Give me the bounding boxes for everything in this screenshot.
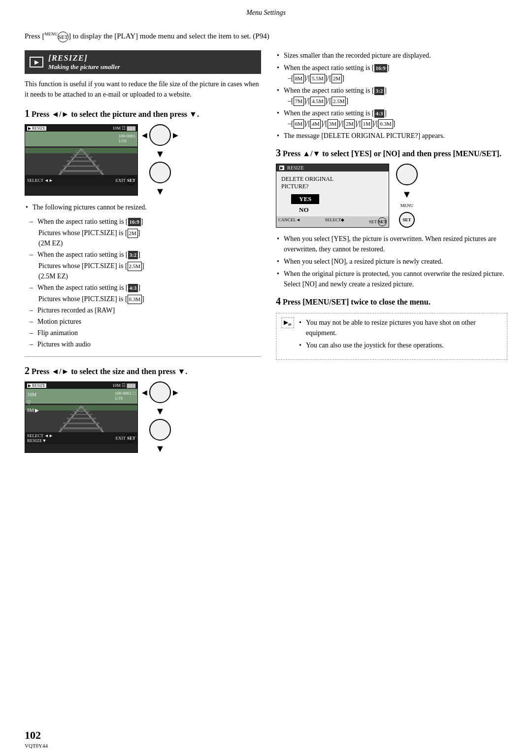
step2-camera-screen: ▶ RESIZE 10M ☷ ▓▓▓ [25, 381, 138, 453]
step3-resize-label: RESIZE [287, 165, 304, 171]
step1-screen-container: ▶ RESIZE 10M ☷ ▓▓▓ [25, 124, 261, 196]
step3-bullets: When you select [YES], the picture is ov… [276, 234, 507, 289]
step2-mode-icon: ▶ RESIZE [27, 383, 46, 388]
step2-left-arrow: ◀ [142, 388, 147, 397]
step3-screen-container: ▶ RESIZE DELETE ORIGINALPICTURE? YES NO … [276, 164, 507, 228]
step1-down-arrow: ▼ [155, 149, 165, 159]
step2-photo-area: 10M ▽ 8M ▶ 100-0001 □1/19 [25, 389, 137, 432]
step2-down-arrow: ▼ [155, 406, 165, 416]
right-column: Sizes smaller than the recorded picture … [276, 50, 507, 459]
step3-bullet-1: When you select [YES], the picture is ov… [276, 234, 507, 254]
rb-4m: 4M [310, 119, 321, 129]
rb-2m: 2M [332, 74, 342, 83]
step4-note-1: You may not be able to resize pictures y… [298, 317, 502, 338]
step1-cam-topbar: ▶ RESIZE 10M ☷ ▓▓▓ [25, 125, 137, 132]
step3-joystick-circle [396, 164, 418, 185]
page-number: 102 [25, 729, 48, 742]
step2-number: 2 [25, 365, 30, 376]
step2-cam-topbar: ▶ RESIZE 10M ☷ ▓▓▓ [25, 382, 137, 389]
resize-title-block: [RESIZE] Making the picture smaller [48, 53, 120, 71]
step2-down-arrow2: ▼ [155, 444, 165, 453]
step4-number: 4 [276, 296, 281, 307]
rb-5-5m: 5.5M [310, 74, 325, 83]
step2-cam-bottombar: SELECT ◄►RESIZE▼ EXIT SET [25, 432, 137, 444]
sub-flip: Flip animation [30, 328, 261, 338]
step3-del-question: DELETE ORIGINALPICTURE? [281, 175, 384, 190]
step1-photo-area: 100-00011/19 [25, 132, 137, 175]
step3-number: 3 [276, 147, 281, 158]
sub-4-3: When the aspect ratio setting is [4:3] [30, 282, 261, 293]
sub-3-2: When the aspect ratio setting is [3:2] [30, 249, 261, 260]
rb-8m: 8M [294, 74, 304, 83]
step1-sub-bullets2: When the aspect ratio setting is [3:2] [30, 249, 261, 260]
rb-7m: 7M [294, 97, 304, 106]
step3-bullet-3: When the original picture is protected, … [276, 269, 507, 289]
right-bullet-4: When the aspect ratio setting is [4:3] –… [276, 108, 507, 129]
step2-joystick: ◀ ▶ ▼ ▼ [142, 381, 178, 453]
step3-del-options: YES NO [281, 194, 384, 215]
right-bullet-1: Sizes smaller than the recorded picture … [276, 50, 507, 61]
step3-mode-icon: ▶ [279, 166, 284, 170]
step4-heading: 4 Press [MENU/SET] twice to close the me… [276, 294, 507, 308]
badge-3-2: 3:2 [128, 251, 138, 259]
resize-title: [RESIZE] [48, 53, 120, 63]
step4-note-2: You can also use the joystick for these … [298, 340, 502, 350]
step2-joystick-row1: ◀ ▶ [142, 381, 178, 403]
rb-2-5m: 2.5M [332, 97, 346, 106]
step3-set-text: SET [402, 217, 411, 222]
step3-set-label: SET SET [369, 217, 387, 226]
step2-screen-container: ▶ RESIZE 10M ☷ ▓▓▓ [25, 381, 261, 453]
step1-exit-label: EXIT SET [115, 176, 135, 185]
rb-6m: 6M [294, 119, 304, 129]
rb-0-3m: 0.3M [378, 119, 393, 129]
size-arrow: ▽ [27, 399, 39, 407]
step3-no-option: NO [291, 205, 317, 215]
step1-select-label: SELECT ◄► [27, 178, 53, 183]
left-arrow: ◀ [142, 131, 147, 139]
badge-2-5m: 2.5M [128, 262, 142, 271]
right-arrow: ▶ [173, 131, 178, 139]
resize-header: ▶ [RESIZE] Making the picture smaller [25, 50, 261, 74]
rb-1m: 1M [362, 119, 372, 129]
step3-heading: 3 Press ▲/▼ to select [YES] or [NO] and … [276, 146, 507, 160]
step3-set-btn: SET [378, 217, 387, 226]
step2-exit-label: EXIT SET [115, 434, 135, 443]
step1-set-btn: SET [127, 176, 135, 185]
step3-yes-option: YES [291, 194, 319, 204]
resize-icon: ▶ [30, 57, 43, 68]
step3-joystick: ▼ MENU SET [396, 164, 418, 228]
right-sub-3-2: –[7M]/[4.5M]/[2.5M] [288, 97, 348, 104]
step1-joystick-row1: ◀ ▶ [142, 124, 178, 146]
step3-cancel-label: CANCEL◄ [278, 217, 300, 226]
sub-raw: Pictures recorded as [RAW] [30, 305, 261, 315]
step3-set-joystick: SET [399, 212, 415, 228]
two-col-layout: ▶ [RESIZE] Making the picture smaller Th… [25, 50, 507, 459]
step2-select-label: SELECT ◄►RESIZE▼ [27, 433, 53, 443]
sub-16-9-detail: Pictures whose [PICT.SIZE] is [2M] (2M E… [38, 228, 261, 248]
step2-joystick-circle [149, 381, 171, 403]
page-header: Menu Settings [0, 0, 532, 22]
sub-motion: Motion pictures [30, 316, 261, 327]
page-code: VQT0Y44 [25, 743, 48, 749]
right-bullet-2: When the aspect ratio setting is [16:9] … [276, 63, 507, 83]
step4-notes: You may not be able to resize pictures y… [298, 317, 502, 350]
set-key: SET [58, 32, 68, 42]
rb-3m: 3M [328, 119, 338, 129]
divider-1 [25, 356, 261, 357]
step1-sub-bullets: When the aspect ratio setting is [16:9] [30, 216, 261, 227]
bottom-left: 102 VQT0Y44 [25, 729, 48, 749]
svg-rect-15 [25, 404, 137, 405]
size-10m: 10M [27, 391, 39, 399]
note-content: You may not be able to resize pictures y… [298, 317, 502, 355]
badge-4-3: 4:3 [128, 284, 138, 292]
right-sub-4-3: –[6M]/[4M]/[3M]/[2M]/[1M]/[0.3M] [288, 120, 395, 127]
step3-del-bottom: CANCEL◄ SELECT◆ SET SET [276, 216, 389, 227]
badge-2m-a: 2M [128, 229, 138, 238]
right-badge-4-3: 4:3 [374, 109, 385, 118]
step1-cam-bottombar: SELECT ◄► EXIT SET [25, 175, 137, 186]
step3-bullet-2: When you select [NO], a resized picture … [276, 256, 507, 267]
left-column: ▶ [RESIZE] Making the picture smaller Th… [25, 50, 261, 459]
sub-3-2-detail: Pictures whose [PICT.SIZE] is [2.5M] (2.… [38, 261, 261, 281]
step2-right-arrow: ▶ [173, 388, 178, 397]
sub-4-3-detail: Pictures whose [PICT.SIZE] is [0.3M] [38, 294, 261, 304]
